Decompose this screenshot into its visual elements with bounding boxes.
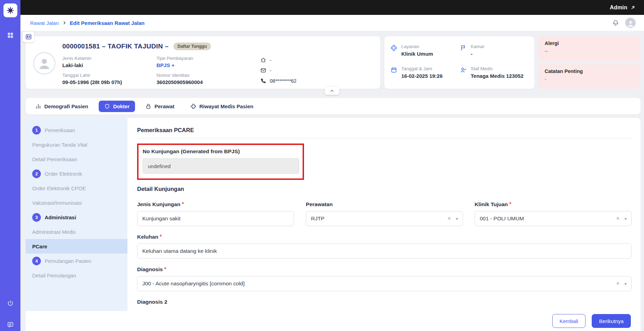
chevron-up-icon [330, 89, 334, 93]
nav-item-administrasi[interactable]: 3 Administrasi [26, 210, 127, 224]
flag-icon [460, 45, 467, 51]
layanan-value: Klinik Umum [401, 51, 433, 57]
form-footer: Kembali Berikutnya [26, 311, 641, 331]
jenis-kelamin-label: Jenis Kelamin [62, 56, 156, 61]
nav-item-pcare[interactable]: PCare [26, 239, 127, 254]
page-content: 0000001581 – TAOFIK TAJUDIN – Daftar Tun… [20, 31, 644, 331]
perawatan-value: RJTP [311, 215, 447, 222]
clear-icon[interactable]: × [616, 215, 620, 222]
nav-item-pemeriksaan[interactable]: 1 Pemeriksaan [26, 123, 127, 137]
diagnosis-value: J00 - Acute nasopharyngitis [common cold… [142, 281, 616, 287]
nav-item-order-elektronik-cpoe[interactable]: Order Elektronik CPOE [26, 181, 127, 195]
tanggal-jam-label: Tanggal & Jam [401, 66, 442, 71]
alergi-card: Alergi -- [538, 36, 641, 61]
tab-dokter[interactable]: Dokter [99, 101, 135, 112]
virus-logo-icon [6, 6, 15, 15]
nav-item-detail-pemeriksaan[interactable]: Detail Pemeriksaan [26, 152, 127, 166]
breadcrumb-current[interactable]: Edit Pemeriksaan Rawat Jalan [70, 20, 145, 26]
tab-label: Perawat [154, 103, 175, 109]
staf-medis-value: Tenaga Medis 123052 [471, 73, 524, 79]
chart-bars-icon [35, 103, 41, 109]
person-check-icon [460, 67, 467, 73]
tab-riwayat-medis-pasien[interactable]: Riwayat Medis Pasien [185, 101, 259, 112]
status-badge: Daftar Tunggu [173, 43, 211, 50]
required-marker: * [160, 234, 162, 240]
alergi-label: Alergi [545, 40, 634, 46]
phone-icon [260, 78, 266, 84]
nav-item-detail-pemulangan[interactable]: Detail Pemulangan [26, 268, 127, 283]
power-icon[interactable] [7, 300, 14, 307]
tab-label: Dokter [113, 103, 130, 109]
tanggal-jam-value: 16-02-2025 19:26 [401, 73, 442, 79]
external-link-icon[interactable] [630, 5, 636, 10]
tipe-pembayaran-link[interactable]: BPJS + [156, 62, 260, 68]
clear-icon[interactable]: × [447, 215, 451, 222]
tab-perawat[interactable]: Perawat [140, 101, 180, 112]
chevron-down-icon[interactable]: ▾ [624, 281, 627, 286]
perawatan-select[interactable]: RJTP × ▾ [306, 211, 463, 226]
dokter-panel: 1 Pemeriksaan Pengukuran Tanda Vital Det… [26, 118, 641, 331]
pcare-form: Pemeriksaan PCARE No Kunjungan (Generate… [127, 118, 641, 331]
service-summary-card: Layanan Klinik Umum Kamar - [384, 36, 534, 89]
nav-item-pengukuran-tanda-vital[interactable]: Pengukuran Tanda Vital [26, 137, 127, 152]
breadcrumb-parent[interactable]: Rawat Jalan [30, 20, 59, 26]
nav-item-pemulangan-pasien[interactable]: 4 Pemulangan Pasien [26, 254, 127, 268]
detail-kunjungan-title: Detail Kunjungan [137, 186, 632, 192]
divider [137, 138, 632, 138]
required-marker: * [164, 266, 166, 272]
patient-name-title: 0000001581 – TAOFIK TAJUDIN – [62, 43, 169, 50]
clear-icon[interactable]: × [616, 280, 620, 287]
no-kunjungan-input[interactable] [143, 158, 299, 174]
patient-card-toggle-button[interactable] [23, 31, 34, 42]
catatan-penting-card: Catatan Penting - [538, 64, 641, 89]
tab-label: Demografi Pasien [44, 103, 88, 109]
diagnosis2-label: Diagnosis 2 [137, 299, 167, 305]
chevron-down-icon[interactable]: ▾ [624, 216, 627, 221]
notification-bell-icon[interactable] [612, 19, 619, 26]
address-value: - [270, 57, 271, 63]
nav-item-administrasi-medis[interactable]: Administrasi Medis [26, 224, 127, 239]
chevron-down-icon[interactable]: ▾ [456, 216, 458, 221]
keluhan-input[interactable] [137, 243, 632, 259]
nav-label: Order Elektronik CPOE [32, 185, 86, 191]
pcare-section-title: Pemeriksaan PCARE [137, 127, 632, 134]
medical-cross-icon [391, 45, 397, 51]
nav-label: PCare [32, 243, 47, 249]
nav-item-vaksinasi[interactable]: Vaksinasi/Immunisasi [26, 195, 127, 210]
jenis-kunjungan-input[interactable] [137, 211, 294, 226]
nomor-identitas-value: 3602050905960004 [156, 79, 260, 85]
klinik-tujuan-label: Klinik Tujuan [475, 201, 508, 207]
role-tabs: Demografi Pasien Dokter Perawat Riwayat … [26, 98, 641, 114]
nav-label: Detail Pemulangan [32, 273, 76, 278]
layanan-label: Layanan [401, 44, 433, 49]
keluhan-label: Keluhan [137, 234, 158, 240]
nav-label: Pemulangan Pasien [45, 258, 91, 264]
collapse-header-button[interactable] [325, 87, 339, 95]
chevron-right-icon [62, 21, 66, 25]
chat-icon[interactable] [7, 321, 14, 328]
tab-label: Riwayat Medis Pasien [199, 103, 253, 109]
nav-label: Pemeriksaan [45, 127, 75, 133]
klinik-tujuan-value: 001 - POLI UMUM [480, 215, 616, 222]
topbar: Admin [20, 0, 644, 15]
no-kunjungan-label: No Kunjungan (Generated from BPJS) [143, 148, 298, 155]
nav-label: Detail Pemeriksaan [32, 156, 77, 162]
email-value: - [270, 68, 271, 73]
patient-avatar [33, 52, 55, 74]
user-avatar[interactable] [625, 18, 636, 28]
step-number: 4 [32, 257, 41, 265]
breadcrumb: Rawat Jalan Edit Pemeriksaan Rawat Jalan [20, 15, 644, 31]
nav-label: Order Elektronik [45, 171, 82, 177]
tab-demografi-pasien[interactable]: Demografi Pasien [30, 101, 94, 112]
nav-item-order-elektronik[interactable]: 2 Order Elektronik [26, 166, 127, 181]
step-number: 2 [32, 169, 41, 178]
tanggal-lahir-label: Tanggal Lahir [62, 73, 156, 78]
kamar-label: Kamar [471, 44, 485, 49]
apps-grid-icon[interactable] [7, 32, 14, 39]
admin-menu[interactable]: Admin [610, 4, 627, 11]
klinik-tujuan-select[interactable]: 001 - POLI UMUM × ▾ [475, 211, 632, 226]
diagnosis-select[interactable]: J00 - Acute nasopharyngitis [common cold… [137, 276, 632, 291]
berikutnya-button[interactable]: Berikutnya [592, 314, 631, 328]
kembali-button[interactable]: Kembali [552, 314, 585, 328]
catatan-penting-value: - [545, 76, 634, 82]
